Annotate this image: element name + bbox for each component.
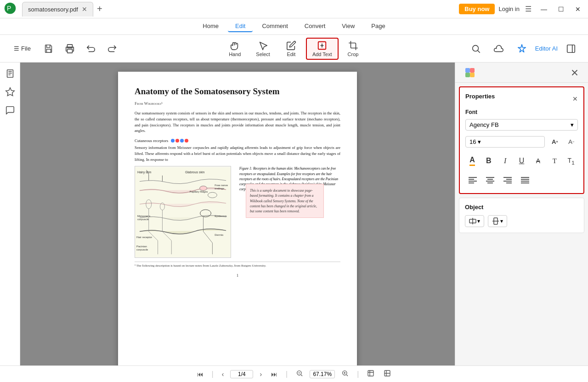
login-button[interactable]: Login in [498,6,520,12]
ai-sparkle-button[interactable] [512,41,531,57]
hand-tool-button[interactable]: Hand [222,38,248,60]
print-button[interactable] [60,41,79,57]
svg-text:Free nerve: Free nerve [215,183,228,186]
select-tool-label: Select [256,51,270,57]
underline-button[interactable]: U [515,154,529,168]
next-page-button[interactable]: › [257,370,265,379]
object-align-h-button[interactable]: ▾ [465,215,484,227]
tab-area: somatosensory.pdf ✕ + [22,2,459,17]
pdf-source: From Wikibooks¹ [135,101,340,106]
panel-close-button[interactable] [567,66,582,80]
align-right-button[interactable] [500,173,515,188]
title-bar-actions: Buy now Login in ☰ — ☐ ✕ [459,4,584,15]
edit-tool-button[interactable]: Edit [278,38,304,60]
fit-width-button[interactable] [381,369,394,379]
pdf-viewer: Anatomy of the Somatosensory System From… [20,63,455,365]
tab-close-icon[interactable]: ✕ [82,6,87,13]
section-header-text: Cutaneous receptors [135,138,168,143]
fit-page-button[interactable] [364,369,377,379]
align-center-button[interactable] [483,173,498,188]
increase-font-size-button[interactable]: A+ [548,135,561,148]
pdf-tab[interactable]: somatosensory.pdf ✕ [22,2,93,17]
redo-button[interactable] [102,41,122,57]
translate-bar [455,63,588,83]
decrease-font-size-button[interactable]: A− [565,135,578,148]
sidebar-pages-icon[interactable] [3,66,17,81]
menu-page[interactable]: Page [364,21,392,32]
font-size-dropdown-icon: ▾ [478,138,481,145]
edit-tool-label: Edit [287,51,295,57]
zoom-in-button[interactable] [339,369,351,379]
undo-button[interactable] [81,41,101,57]
align-left-button[interactable] [465,173,480,188]
sidebar-bookmarks-icon[interactable] [3,85,17,99]
zoom-level-input[interactable] [310,370,335,378]
menu-convert[interactable]: Convert [297,21,333,32]
save-button[interactable] [39,41,58,57]
menu-edit[interactable]: Edit [228,21,253,32]
subscript-button[interactable]: T1 [564,154,578,168]
align-justify-button[interactable] [518,173,532,188]
object-align-v-button[interactable]: ▾ [488,215,507,227]
crop-tool-label: Crop [348,51,359,57]
file-menu-button[interactable]: ☰ File [7,42,37,55]
text-style-button[interactable]: T [548,154,561,168]
font-family-value: Agency FB [469,121,499,128]
minimize-button[interactable]: — [537,4,551,15]
right-panel: Properties ✕ Font Agency FB ▾ 16 ▾ A+ A− [455,63,588,365]
title-bar: P somatosensory.pdf ✕ + Buy now Login in… [0,0,588,18]
menu-view[interactable]: View [334,21,362,32]
bottom-bar: ⏮ | ‹ › ⏭ | | [0,365,588,382]
pdf-pink-box: This is a sample document to showcase pa… [246,184,324,218]
close-button[interactable]: ✕ [571,4,584,15]
buy-now-button[interactable]: Buy now [459,4,495,14]
prev-page-button[interactable]: ‹ [219,370,227,379]
sidebar-comments-icon[interactable] [3,103,17,118]
svg-rect-29 [470,68,475,73]
menu-comment[interactable]: Comment [254,21,295,32]
properties-close-button[interactable]: ✕ [572,95,578,103]
first-page-button[interactable]: ⏮ [194,370,206,379]
crop-tool-button[interactable]: Crop [340,38,366,60]
current-page-input[interactable] [230,370,253,378]
panel-toggle-button[interactable] [561,41,581,57]
svg-text:Dermis: Dermis [215,234,223,236]
svg-rect-7 [7,70,13,78]
font-section-title: Font [465,109,578,115]
zoom-out-button[interactable] [293,369,306,379]
new-tab-button[interactable]: + [93,4,106,14]
svg-rect-6 [567,45,575,52]
bold-button[interactable]: B [482,154,496,168]
pink-box-text: This is a sample document to showcase pa… [250,188,317,213]
pdf-footnote: ¹ The following description is based on … [135,262,340,268]
svg-rect-3 [67,49,72,52]
properties-title: Properties [465,93,495,100]
svg-text:Epidermis: Epidermis [215,215,226,217]
select-tool-button[interactable]: Select [249,38,277,60]
add-text-tool-button[interactable]: Add Text [306,38,339,60]
cloud-button[interactable] [489,41,509,57]
menu-icon[interactable]: ☰ [523,5,533,13]
strikethrough-button[interactable]: A [531,154,545,168]
font-family-dropdown[interactable]: Agency FB ▾ [465,119,578,131]
svg-point-16 [208,192,217,198]
last-page-button[interactable]: ⏭ [268,370,280,379]
pdf-section-header: Cutaneous receptors [135,138,340,143]
menu-home[interactable]: Home [195,21,226,32]
pdf-section-body: Sensory information from Meissner corpus… [135,145,340,162]
maximize-button[interactable]: ☐ [554,4,568,15]
font-size-row: 16 ▾ A+ A− [465,135,578,148]
search-button[interactable] [466,41,486,57]
hamburger-icon: ☰ [14,45,19,52]
font-size-dropdown[interactable]: 16 ▾ [465,136,545,148]
toolbar: ☰ File Hand Select Edit Add Text [0,35,588,63]
svg-rect-28 [465,68,470,73]
svg-point-13 [146,200,152,209]
left-sidebar [0,63,20,365]
separator-1: | [212,370,214,378]
object-panel: Object ▾ ▾ [459,198,584,233]
text-color-button[interactable]: A [465,154,479,168]
italic-button[interactable]: I [498,154,512,168]
font-size-value: 16 [469,138,476,145]
svg-text:endings: endings [215,187,224,190]
